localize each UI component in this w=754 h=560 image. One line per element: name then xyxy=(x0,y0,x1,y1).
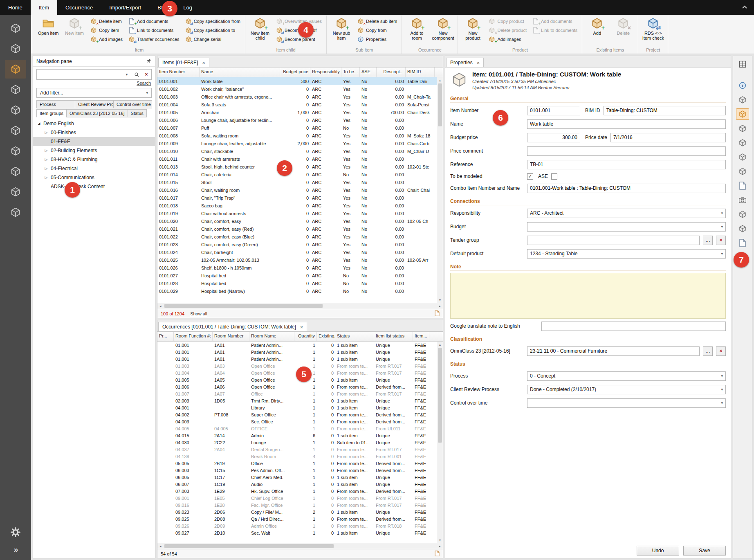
table-row[interactable]: 0101.028Hospital bed0ARCNoNo0.00 xyxy=(157,279,443,287)
column-header-room-name[interactable]: Room Name xyxy=(249,332,294,341)
column-header-room-function[interactable]: Room Function #: xyxy=(174,332,213,341)
vertical-scrollbar[interactable]: ▲▼ xyxy=(437,77,443,303)
sidebar-item-products[interactable] xyxy=(5,80,26,99)
table-row[interactable]: 0101.005Armchair1,000ARCYesNo700.00Chair… xyxy=(157,108,443,116)
ribbon-new-item-child-button[interactable]: +New item child xyxy=(248,16,272,47)
tree-item-04-electrical[interactable]: ▷04-Electrical xyxy=(33,164,155,173)
table-row[interactable]: 0101.013Stool, high, behind counter0ARCY… xyxy=(157,163,443,171)
control-over-time-select[interactable]: ▾ xyxy=(527,398,726,408)
expand-panel-icon[interactable]: » xyxy=(13,545,17,554)
right-strip-classification-panel[interactable] xyxy=(736,237,749,249)
table-row[interactable]: 09.0232D06Copy / File/ M...201 sub itemU… xyxy=(157,508,443,515)
table-row[interactable]: 09.0252D08Qa / Hrd Direc...10From room t… xyxy=(157,515,443,522)
export-report-icon[interactable] xyxy=(435,310,440,317)
column-header-existing[interactable]: Existing... xyxy=(317,332,335,341)
reference-input[interactable] xyxy=(527,160,726,169)
table-row[interactable]: 04.0302C22Lounge10Sub item to 01...Uniqu… xyxy=(157,439,443,446)
search-link[interactable]: Search xyxy=(37,81,151,85)
ribbon-new-component-button[interactable]: +New component xyxy=(431,16,455,47)
right-strip-item-card[interactable] xyxy=(736,108,749,120)
table-row[interactable]: 0101.017Chair, "Trip Trap"0ARCYesNo0.00 xyxy=(157,194,443,202)
table-row[interactable]: 04.00504.005OFFICE10From room te...From … xyxy=(157,425,443,432)
ribbon-new-product-button[interactable]: +New product xyxy=(460,16,485,47)
list-tab-item-groups[interactable]: Item groups xyxy=(36,109,67,117)
column-header-pr[interactable]: Pr... xyxy=(157,332,174,341)
pin-icon[interactable] xyxy=(146,58,152,65)
table-row[interactable]: 09.0011E05Chief Log Office10From room te… xyxy=(157,495,443,502)
sidebar-item-reports[interactable] xyxy=(5,182,26,201)
right-strip-info[interactable]: i xyxy=(736,80,749,91)
tree-item-demo-english[interactable]: ◢Demo English xyxy=(33,119,155,128)
table-row[interactable]: 0101.018Sacco bag0ARCYesNo0.00 xyxy=(157,202,443,209)
ribbon-change-serial-button[interactable]: ~Change serial xyxy=(183,35,242,44)
name-input[interactable] xyxy=(527,119,726,129)
ribbon-link-to-documents-button[interactable]: →Link to documents xyxy=(530,26,579,35)
tree-arrow-icon[interactable]: ◢ xyxy=(36,121,41,126)
show-all-link[interactable]: Show all xyxy=(190,311,207,316)
ribbon-rds-item-check-button[interactable]: ⇄RDS <-> Item check xyxy=(641,16,665,47)
tree-arrow-icon[interactable]: ▷ xyxy=(44,130,49,135)
column-header-item[interactable]: Item... xyxy=(413,332,429,341)
list-tab-omniclass-23-2012-05-16[interactable]: OmniClass 23 [2012-05-16] xyxy=(66,109,128,117)
collapse-ribbon-icon[interactable] xyxy=(742,4,747,10)
sidebar-item-buildings[interactable] xyxy=(5,121,26,140)
browse-button[interactable]: … xyxy=(703,236,713,245)
table-row[interactable]: 0101.026Shelf, b1800 - h 1050mm0ARCYesNo… xyxy=(157,264,443,272)
ribbon-add-to-room-button[interactable]: +Add to room xyxy=(404,16,429,47)
table-row[interactable]: 0101.023Chair, comfort, easy (Green)0ARC… xyxy=(157,241,443,248)
table-row[interactable]: 0101.003Office chair with armrests, ergo… xyxy=(157,93,443,101)
sidebar-item-network[interactable] xyxy=(5,203,26,222)
right-strip-layout-grid[interactable] xyxy=(736,58,749,70)
table-row[interactable]: 04.001Library101 sub itemUniqueFF&E xyxy=(157,404,443,411)
column-header-name[interactable]: Name xyxy=(200,67,280,77)
horizontal-scrollbar[interactable]: ◄► xyxy=(157,543,443,549)
table-row[interactable]: 01.0011A01Patient Admin...101 sub itemUn… xyxy=(157,349,443,355)
close-icon[interactable]: × xyxy=(202,60,205,65)
ase-checkbox[interactable] xyxy=(551,173,557,180)
column-header-item-number[interactable]: Item Number xyxy=(157,67,200,77)
tab-occurrences[interactable]: Occurrences [0101.001 / Table-Dining: CU… xyxy=(158,322,307,331)
tree-arrow-icon[interactable]: ▷ xyxy=(44,157,49,162)
search-input[interactable] xyxy=(37,70,119,79)
right-strip-sub-items[interactable] xyxy=(736,151,749,163)
ribbon-add-images-button[interactable]: +Add images xyxy=(88,35,125,44)
ribbon-copy-specification-from-button[interactable]: ⇄Copy specification from xyxy=(183,17,242,26)
table-row[interactable]: 01.0071A07Office10From room te...From RT… xyxy=(157,390,443,397)
column-header-status[interactable]: Status xyxy=(335,332,374,341)
ribbon-add-images-button[interactable]: +Add images xyxy=(487,35,529,44)
search-icon[interactable] xyxy=(132,70,141,79)
table-row[interactable]: 0101.016Chair, waiting room0ARCYesNo0.00… xyxy=(157,186,443,194)
right-strip-camera[interactable] xyxy=(736,194,749,206)
ribbon-new-sub-item-button[interactable]: +New sub item xyxy=(329,16,354,47)
table-row[interactable]: 04.0152A14Admin601 sub itemUniqueFF&E xyxy=(157,432,443,439)
table-row[interactable]: 06.0051C17Chief Aero Med.101 sub itemUni… xyxy=(157,474,443,481)
right-strip-alternatives[interactable] xyxy=(736,123,749,134)
table-row[interactable]: 0101.007Puff0ARCNoNo0.00 xyxy=(157,124,443,132)
table-row[interactable]: 0101.009Lounge chair, leather, adjustabl… xyxy=(157,139,443,147)
menu-item-import-export[interactable]: Import/Export xyxy=(101,0,149,15)
tab-properties[interactable]: Properties × xyxy=(446,58,484,67)
ribbon-transfer-occurrences-button[interactable]: ⇄Transfer occurrences xyxy=(126,35,182,44)
table-row[interactable]: 04.003Sec. Office10From room te...Derive… xyxy=(157,418,443,425)
right-strip-item-data[interactable] xyxy=(736,94,749,106)
table-row[interactable]: 09.0272D10Sec. Wait101 sub itemUniqueFF&… xyxy=(157,529,443,536)
table-row[interactable]: 01.0011A01Patient Admin...101 sub itemUn… xyxy=(157,355,443,362)
column-header-bim-id[interactable]: BIM ID xyxy=(406,67,435,77)
add-filter-dropdown[interactable]: Add filter... ▾ xyxy=(36,88,152,98)
tree-item-05-communications[interactable]: ▷05-Communications xyxy=(33,173,155,182)
table-row[interactable]: 01.0011A01Patient Admin...101 sub itemUn… xyxy=(157,342,443,349)
ribbon-copy-product-button[interactable]: Copy product xyxy=(487,17,529,26)
column-header-to-be[interactable]: To be... xyxy=(341,67,360,77)
table-row[interactable]: 0101.004Sofa 3 seats0ARCYesNo0.00Sofa-Pe… xyxy=(157,101,443,108)
table-row[interactable]: 04.138Break Room40From room te...From RT… xyxy=(157,453,443,460)
ribbon-copy-specification-to-button[interactable]: ⇄Copy specification to xyxy=(183,26,242,35)
tree-item-00-finishes[interactable]: ▷00-Finishes xyxy=(33,128,155,137)
table-row[interactable]: 0101.010Chair, stackable0ARCYesNo0.00M_C… xyxy=(157,147,443,155)
ribbon-delete-sub-item-button[interactable]: ×Delete sub item xyxy=(355,17,399,26)
table-row[interactable]: 05.0052B19Office10From room te...Derived… xyxy=(157,460,443,467)
menu-item-occurrence[interactable]: Occurrence xyxy=(57,0,101,15)
budget-select[interactable]: ▾ xyxy=(527,222,726,232)
right-strip-images[interactable] xyxy=(736,209,749,220)
sidebar-item-rooms[interactable] xyxy=(5,19,26,38)
table-row[interactable]: 0101.027Hospital bed0ARCNoNo0.00 xyxy=(157,272,443,279)
